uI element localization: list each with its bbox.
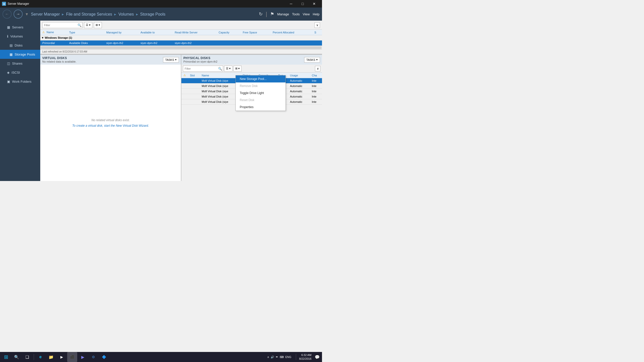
col-name[interactable]: ⚠ Name [40, 30, 67, 35]
sidebar-item-disks[interactable]: ▤ Disks [0, 41, 40, 50]
physical-disks-tasks-btn[interactable]: TASKS ▾ [304, 57, 320, 63]
phys-cell-name: Msft Virtual Disk (siye [200, 78, 241, 83]
phys-cell-name: Msft Virtual Disk (siye [200, 94, 241, 99]
group-header-row: ▼ Windows Storage (1) [40, 35, 322, 40]
forward-button[interactable]: → [14, 10, 23, 19]
sidebar-item-servers[interactable]: ▦ Servers [0, 23, 40, 32]
col-available-to[interactable]: Available to [138, 30, 173, 35]
close-button[interactable]: ✕ [308, 0, 320, 8]
col-capacity[interactable]: Capacity [217, 30, 241, 35]
phys-cell-usage: Automatic [288, 94, 310, 99]
phys-cell-cha: Inte [310, 78, 322, 83]
create-virtual-disk-link[interactable]: To create a virtual disk, start the New … [72, 124, 149, 127]
filter-input[interactable] [42, 22, 83, 28]
cell-available-to: siyer-dpm-th2 [138, 40, 173, 46]
refresh-button[interactable]: ↻ [259, 11, 263, 17]
phys-cell-cha: Inte [310, 89, 322, 94]
status-bar: Last refreshed on 8/22/2016 6:17:03 AM [40, 49, 322, 54]
view-btn[interactable]: ☰ ▾ [84, 22, 92, 28]
back-button[interactable]: ← [3, 10, 12, 19]
context-item-label: Remove Disk [240, 84, 258, 88]
table-row[interactable]: Primordial Available Disks siyer-dpm-th2… [40, 40, 322, 46]
phys-cell-usage: Automatic [288, 78, 310, 83]
tasks-label: TASKS [306, 58, 315, 61]
phys-col-name[interactable]: Name [200, 73, 241, 78]
warning-icon: ⚠ [42, 31, 45, 34]
scrollbar-area[interactable] [40, 46, 322, 49]
phys-col-slot[interactable]: Slot [188, 73, 200, 78]
minimize-button[interactable]: ─ [285, 0, 297, 8]
phys-filter-input[interactable] [183, 66, 223, 72]
sidebar-item-label: Shares [12, 62, 22, 65]
phys-table-toolbar: 🔍 ☰ ▾ ⊞ ▾ ∨ [181, 65, 322, 73]
phys-col-warn: ⚠ [181, 73, 188, 78]
sidebar-item-volumes[interactable]: ℹ Volumes [0, 32, 40, 41]
phys-sort-icon: ⊞ [235, 67, 237, 70]
context-menu-item-properties[interactable]: Properties [236, 104, 286, 111]
shares-icon: ◫ [7, 62, 10, 65]
flag-button[interactable]: ⚑ [270, 11, 274, 17]
physical-disks-header: PHYSICAL DISKS Primordial on siyer-dpm-t… [181, 55, 322, 65]
physical-disks-title-group: PHYSICAL DISKS Primordial on siyer-dpm-t… [183, 56, 217, 63]
virtual-disks-tasks-btn[interactable]: TASKS ▾ [163, 57, 179, 63]
context-menu-item-new-storage-pool[interactable]: New Storage Pool... [236, 75, 286, 82]
context-menu: New Storage Pool... Remove Disk Toggle D… [235, 75, 286, 111]
sidebar-item-work-folders[interactable]: ▣ Work Folders [0, 77, 40, 86]
col-percent-allocated[interactable]: Percent Allocated [271, 30, 312, 35]
breadcrumb: Server Manager ▸ File and Storage Servic… [31, 12, 257, 17]
virtual-disks-subtitle: No related data is available. [42, 60, 76, 63]
sidebar-item-storage-pools[interactable]: ▦ Storage Pools [0, 50, 40, 59]
virtual-disks-header: VIRTUAL DISKS No related data is availab… [40, 55, 181, 65]
col-type[interactable]: Type [67, 30, 104, 35]
col-free-space[interactable]: Free Space [241, 30, 271, 35]
header-actions: ↻ | ⚑ Manage Tools View Help [259, 11, 319, 17]
main-layout: ▦ Servers ℹ Volumes ▤ Disks ▦ Storage Po… [0, 21, 322, 181]
context-item-label: New Storage Pool... [240, 77, 267, 81]
tools-menu[interactable]: Tools [292, 12, 300, 16]
phys-cell-usage: Automatic [288, 83, 310, 89]
phys-view-btn[interactable]: ☰ ▾ [224, 66, 232, 72]
divider: | [266, 11, 267, 17]
breadcrumb-part4[interactable]: Storage Pools [140, 12, 166, 16]
sort-btn[interactable]: ⊞ ▾ [94, 22, 102, 28]
context-item-label: Reset Disk [240, 98, 254, 102]
phys-cell-slot [188, 78, 200, 83]
disks-icon: ▤ [10, 43, 13, 47]
view-menu[interactable]: View [303, 12, 310, 16]
group-header-label: Windows Storage (1) [45, 36, 72, 39]
nav-dropdown[interactable]: ▾ [26, 11, 28, 17]
maximize-button[interactable]: □ [297, 0, 308, 8]
phys-cell-name: Msft Virtual Disk (siye [200, 99, 241, 105]
context-menu-item-toggle-drive-light[interactable]: Toggle Drive Light [236, 89, 286, 97]
breadcrumb-part2[interactable]: File and Storage Services [66, 12, 112, 16]
phys-cell-usage: Automatic [288, 99, 310, 105]
last-refreshed: Last refreshed on 8/22/2016 6:17:03 AM [42, 50, 87, 53]
breadcrumb-part1[interactable]: Server Manager [31, 12, 60, 16]
storagepools-icon: ▦ [10, 53, 13, 56]
phys-expand-btn[interactable]: ∨ [315, 66, 320, 71]
phys-cell-slot [188, 99, 200, 105]
col-managed-by[interactable]: Managed by [104, 30, 139, 35]
sidebar-item-label: iSCSI [12, 71, 20, 74]
phys-cell-cha: Inte [310, 83, 322, 89]
cell-percent-allocated [271, 40, 312, 46]
expand-btn[interactable]: ∨ [314, 22, 320, 28]
phys-dropdown-icon2: ▾ [238, 67, 240, 70]
help-menu[interactable]: Help [313, 12, 319, 16]
phys-col-usage[interactable]: Usage [288, 73, 310, 78]
phys-cell-name: Msft Virtual Disk (siye [200, 83, 241, 89]
sidebar-item-iscsi[interactable]: ◈ iSCSI [0, 68, 40, 77]
manage-menu[interactable]: Manage [277, 12, 289, 16]
volumes-icon: ℹ [7, 34, 8, 38]
breadcrumb-part3[interactable]: Volumes [118, 12, 134, 16]
phys-col-cha[interactable]: Cha [310, 73, 322, 78]
phys-sort-btn[interactable]: ⊞ ▾ [233, 66, 242, 72]
sidebar-item-label: Disks [15, 43, 23, 47]
title-bar-title: Server Manager [8, 2, 29, 6]
sidebar-item-shares[interactable]: ◫ Shares [0, 59, 40, 68]
col-rw-server[interactable]: Read-Write Server [173, 30, 217, 35]
virtual-disks-title: VIRTUAL DISKS [42, 56, 76, 60]
collapse-icon[interactable]: ▼ [41, 36, 44, 39]
filter-wrap: 🔍 [42, 22, 83, 28]
col-s[interactable]: S [312, 30, 322, 35]
